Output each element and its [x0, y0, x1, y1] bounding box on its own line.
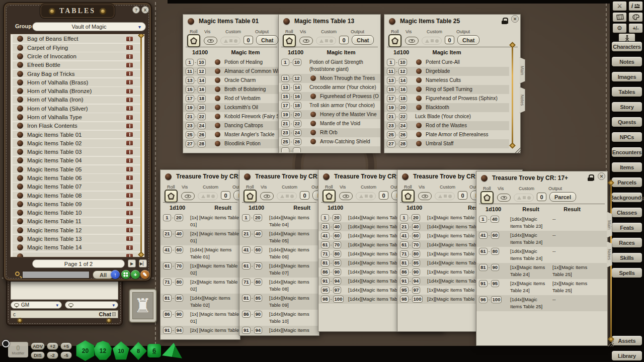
sidebar-button-spells[interactable]: Spells — [611, 267, 642, 278]
range-to[interactable]: 20 — [254, 214, 262, 221]
table-list-item[interactable]: Horn of Valhalla (Brass) — [13, 78, 142, 86]
visibility-button[interactable] — [405, 37, 419, 45]
output-parcel-button[interactable]: Parcel — [549, 192, 576, 202]
range-to[interactable]: 70 — [333, 241, 342, 248]
sidebar-button-feats[interactable]: Feats — [611, 222, 642, 233]
range-to[interactable]: 20 — [198, 104, 206, 111]
range-to[interactable]: 26 — [293, 138, 302, 145]
output-chat-button[interactable]: Chat — [256, 35, 278, 45]
sidebar-button-tables[interactable]: Tables — [611, 86, 642, 97]
gear-icon[interactable]: ⚙ — [612, 23, 627, 33]
range-to[interactable]: 22 — [198, 113, 206, 120]
dice-tower[interactable]: ♜ — [129, 289, 157, 323]
visibility-button[interactable] — [260, 192, 274, 200]
sidebar-button-classes[interactable]: Classes — [611, 207, 642, 218]
radial-menu-icon[interactable] — [2, 340, 10, 347]
sidebar-button-library[interactable]: Library — [611, 350, 642, 361]
custom-dice-group[interactable] — [198, 192, 218, 200]
range-from[interactable]: 71 — [163, 279, 172, 286]
range-to[interactable]: 28 — [399, 140, 408, 147]
sidebar-button-images[interactable]: Images — [611, 71, 642, 82]
range-from[interactable]: 17 — [186, 95, 194, 102]
range-to[interactable]: 14 — [198, 77, 206, 84]
range-to[interactable]: 70 — [175, 262, 184, 269]
range-to[interactable]: 90 — [175, 311, 184, 318]
range-from[interactable]: 25 — [281, 138, 290, 145]
book-icon[interactable] — [126, 98, 133, 102]
range-to[interactable]: 94 — [175, 327, 184, 334]
range-from[interactable]: 41 — [242, 246, 251, 253]
range-to[interactable]: 12 — [293, 75, 301, 82]
range-from[interactable]: 1 — [186, 59, 194, 66]
range-from[interactable]: 91 — [163, 327, 172, 334]
output-chat-button[interactable]: Chat — [352, 35, 374, 45]
range-to[interactable]: 40 — [175, 230, 184, 237]
custom-modifier-field[interactable]: 0 — [221, 191, 230, 200]
range-from[interactable]: 91 — [400, 278, 409, 285]
window-knob-icon[interactable] — [165, 173, 172, 180]
custom-dice-group[interactable] — [316, 37, 336, 45]
range-from[interactable]: 21 — [400, 223, 409, 230]
visibility-button[interactable] — [497, 194, 511, 202]
book-icon[interactable] — [126, 37, 133, 41]
range-to[interactable]: 95 — [491, 280, 500, 287]
custom-dice-group[interactable] — [422, 37, 442, 45]
window-knob-icon[interactable] — [323, 173, 330, 180]
book-icon[interactable] — [126, 63, 133, 67]
table-list-item[interactable] — [13, 252, 142, 257]
range-from[interactable]: 41 — [163, 246, 172, 253]
range-from[interactable]: 86 — [242, 311, 251, 318]
range-from[interactable]: 19 — [281, 111, 290, 118]
table-list-item[interactable]: Horn of Valhalla Type — [13, 113, 142, 121]
table-list-item[interactable]: Efreeti Bottle — [13, 61, 142, 69]
tables-window-titlebar[interactable]: TABLES — [40, 4, 115, 19]
book-icon[interactable] — [126, 185, 133, 189]
dice-roll-button[interactable] — [121, 270, 130, 279]
range-to[interactable]: 22 — [399, 113, 408, 120]
range-from[interactable]: 25 — [186, 131, 194, 138]
sidebar-button-characters[interactable]: Characters — [611, 41, 642, 52]
table-list-item[interactable]: Iron Flask Contents — [13, 122, 142, 130]
range-to[interactable]: 94 — [333, 278, 342, 285]
range-to[interactable]: 28 — [198, 140, 206, 147]
visibility-button[interactable] — [299, 37, 313, 45]
tab-notes[interactable]: Notes — [607, 241, 612, 267]
range-to[interactable]: 18 — [293, 102, 302, 109]
book-icon[interactable] — [126, 54, 133, 59]
roll-die-button[interactable] — [187, 34, 200, 47]
plus2-button[interactable]: +2 — [47, 342, 58, 350]
range-to[interactable]: 12 — [197, 68, 206, 75]
visibility-button[interactable] — [418, 192, 432, 200]
speaker-dropdown[interactable]: GM ▾ — [11, 301, 62, 309]
range-to[interactable]: 80 — [333, 250, 342, 257]
party-info-icon[interactable]: i — [628, 1, 643, 11]
range-from[interactable]: 11 — [186, 68, 194, 75]
range-to[interactable]: 90 — [333, 268, 342, 276]
window-knob-icon[interactable] — [283, 18, 290, 25]
range-to[interactable]: 40 — [412, 223, 421, 230]
range-from[interactable]: 13 — [387, 77, 395, 84]
range-to[interactable]: 80 — [491, 248, 500, 255]
table-list-item[interactable]: Magic Items Table 02 — [13, 139, 142, 147]
range-to[interactable]: 60 — [175, 246, 184, 253]
custom-dice-group[interactable] — [435, 192, 455, 200]
range-from[interactable]: 27 — [387, 140, 395, 147]
window-knob-icon[interactable] — [481, 175, 488, 182]
custom-modifier-field[interactable]: 0 — [537, 193, 546, 201]
range-to[interactable]: 60 — [491, 232, 500, 239]
custom-dice-group[interactable] — [514, 194, 534, 202]
book-icon[interactable] — [126, 89, 133, 94]
range-from[interactable]: 23 — [281, 129, 290, 136]
range-to[interactable]: 40 — [333, 223, 342, 230]
range-to[interactable]: 10 — [197, 59, 206, 66]
range-from[interactable]: 61 — [479, 248, 488, 255]
range-to[interactable]: 94 — [412, 278, 421, 285]
close-icon[interactable]: ✕ — [598, 172, 605, 180]
sidebar-button-items[interactable]: Items — [611, 162, 642, 172]
range-to[interactable]: 85 — [175, 295, 184, 302]
range-from[interactable]: 1 — [242, 214, 250, 221]
window-knob-icon[interactable] — [389, 18, 395, 25]
palette-icon[interactable] — [628, 12, 643, 22]
range-from[interactable]: 1 — [321, 214, 329, 221]
range-from[interactable]: 86 — [400, 268, 409, 276]
